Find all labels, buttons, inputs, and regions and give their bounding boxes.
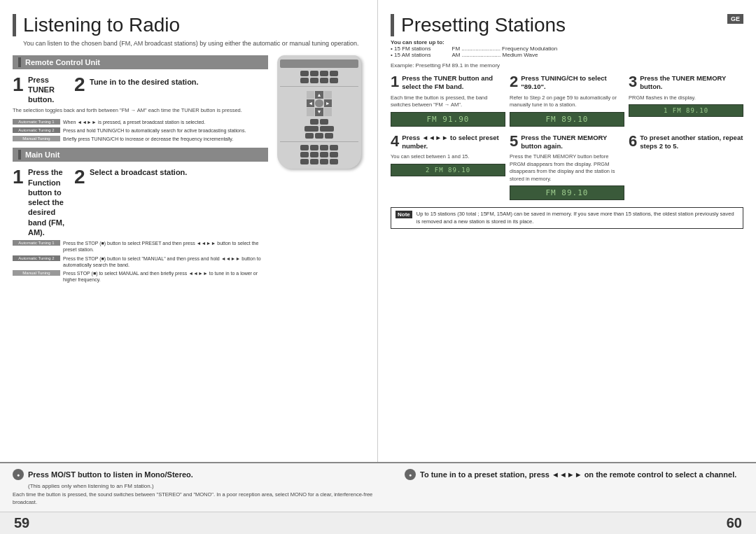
manual-item: Manual Tuning Briefly press TUNING/CH to… [13,136,268,142]
right-step2: 2 Press TUNING/CH to select "89.10". Ref… [510,74,624,127]
remote-btn-13 [305,133,314,139]
manual-desc: Briefly press TUNING/CH to increase or d… [63,136,233,142]
right-step3: 3 Press the TUNER MEMORY button. PRGM fl… [629,74,743,127]
remote-step1-num: 1 [13,75,24,94]
selection-note: The selection toggles back and forth bet… [13,107,268,115]
ge-badge: GE [727,14,743,24]
main-unit-section: Main Unit 1 Press the Function button to… [13,148,268,283]
bottom-right: ● To tune in to a preset station, press … [405,469,743,506]
page-right: 60 [727,515,742,531]
main-auto2-item: Automatic Tuning 2 Press the STOP (■) bu… [13,255,268,268]
right-step1: 1 Press the TUNER button and select the … [391,74,505,127]
remote-btn-5 [300,78,309,83]
page-left: 59 [14,515,29,531]
right-step5-title: Press the TUNER MEMORY button again. [521,134,624,151]
manual-badge: Manual Tuning [13,136,60,141]
remote-btn-2 [310,71,318,76]
right-step6: 6 To preset another station, repeat step… [629,134,743,201]
remote-step1-title: Press TUNER button. [28,75,69,105]
remote-btn-1 [300,71,309,76]
right-step5-desc: Press the TUNER MEMORY button before PRG… [510,153,624,183]
right-step1-num: 1 [391,74,399,90]
right-step3-lcd: 1 FM 89.10 [629,104,743,117]
mono-stereo-desc: Each time the button is pressed, the sou… [13,491,384,506]
main-auto1-badge: Automatic Tuning 1 [13,240,60,246]
remote-btn-18 [320,145,328,150]
right-step4: 4 Press ◄◄►► to select preset number. Yo… [391,134,505,201]
right-step6-title: To preset another station, repeat steps … [640,134,743,151]
mono-stereo-heading: Press MO/ST button to listen in Mono/Ste… [28,470,193,479]
right-step4-num: 4 [391,134,399,149]
right-panel: Presetting Stations GE You can store up … [378,0,756,462]
auto1-desc: When ◄◄►► is pressed, a preset broadcast… [63,119,205,125]
main-step1-num: 1 [13,167,24,187]
right-step1-lcd: FM 91.90 [391,112,505,127]
main-manual-desc: Press STOP (■) to select MANUAL and then… [63,270,268,283]
auto1-item: Automatic Tuning 1 When ◄◄►► is pressed,… [13,119,268,125]
remote-step2-title: Tune in to the desired station. [90,78,199,86]
preset-dot: ● [405,469,416,480]
remote-image: ▲ ◄ ► ▼ [277,55,361,169]
remote-btn-23 [330,152,338,157]
right-step5: 5 Press the TUNER MEMORY button again. P… [510,134,624,201]
main-section-header: Main Unit [13,148,268,162]
right-title: Presetting Stations [391,14,566,36]
right-step2-lcd: FM 89.10 [510,112,624,127]
main-auto2-desc: Press the STOP (■) button to select "MAN… [63,255,268,268]
remote-btn-6 [310,78,318,83]
auto1-badge: Automatic Tuning 1 [13,119,60,125]
remote-btn-20 [300,152,309,157]
main-step2-num: 2 [74,167,85,187]
right-step4-desc: You can select between 1 and 15. [391,153,505,161]
note-text: Up to 15 stations (30 total ; 15FM, 15AM… [416,211,738,225]
remote-btn-19 [330,145,338,150]
main-auto1-desc: Press the STOP (■) button to select PRES… [63,240,268,253]
remote-btn-8 [330,78,338,83]
note-label: Note [396,211,412,218]
left-intro: You can listen to the chosen band (FM, A… [13,39,365,48]
remote-control-section: Remote Control Unit 1 Press TUNER button… [13,55,268,143]
example-text: Example: Presetting FM 89.1 in the memor… [391,62,743,69]
main-auto2-badge: Automatic Tuning 2 [13,255,60,261]
remote-btn-27 [330,159,338,164]
right-step3-title: Press the TUNER MEMORY button. [640,74,743,92]
remote-btn-3 [320,71,328,76]
right-step6-num: 6 [629,134,637,149]
remote-btn-21 [310,152,318,157]
auto2-badge: Automatic Tuning 2 [13,127,60,133]
right-steps-row2: 4 Press ◄◄►► to select preset number. Yo… [391,134,743,201]
remote-btn-15 [325,133,333,139]
remote-btn-17 [310,145,318,150]
auto2-item: Automatic Tuning 2 Press and hold TUNING… [13,127,268,134]
right-step4-title: Press ◄◄►► to select preset number. [402,134,505,151]
remote-btn-4 [330,71,338,76]
remote-btn-25 [310,159,318,164]
note-box: Note Up to 15 stations (30 total ; 15FM,… [391,207,743,229]
right-step5-lcd: FM 89.10 [510,185,624,200]
remote-screen [280,59,358,68]
remote-section-header: Remote Control Unit [13,55,268,69]
main-manual-badge: Manual Tuning [13,270,60,276]
left-panel: Listening to Radio You can listen to the… [0,0,378,462]
remote-visual-section: ▲ ◄ ► ▼ [274,55,365,283]
store-info: You can store up to: • 15 FM stations • … [391,39,743,58]
auto2-desc: Press and hold TUNING/CH to automaticall… [63,127,246,134]
right-step2-num: 2 [510,74,518,90]
main-manual-item: Manual Tuning Press STOP (■) to select M… [13,270,268,283]
remote-btn-14 [315,133,323,139]
remote-btn-22 [320,152,328,157]
page-numbers: 59 60 [0,512,756,534]
bottom-heading-right: ● To tune in to a preset station, press … [405,469,743,480]
main-step1-title: Press the Function button to select the … [28,167,69,237]
right-step3-num: 3 [629,74,637,90]
remote-btn-16 [300,145,309,150]
right-step4-lcd: 2 FM 89.10 [391,164,505,176]
right-step5-num: 5 [510,134,518,149]
remote-btn-24 [300,159,309,164]
main-auto1-item: Automatic Tuning 1 Press the STOP (■) bu… [13,240,268,253]
bottom-section: ● Press MO/ST button to listen in Mono/S… [0,462,756,512]
remote-btn-10 [320,119,328,125]
remote-btn-11 [304,126,318,132]
right-step1-title: Press the TUNER button and select the FM… [402,74,505,92]
bottom-heading-left: ● Press MO/ST button to listen in Mono/S… [13,469,384,480]
